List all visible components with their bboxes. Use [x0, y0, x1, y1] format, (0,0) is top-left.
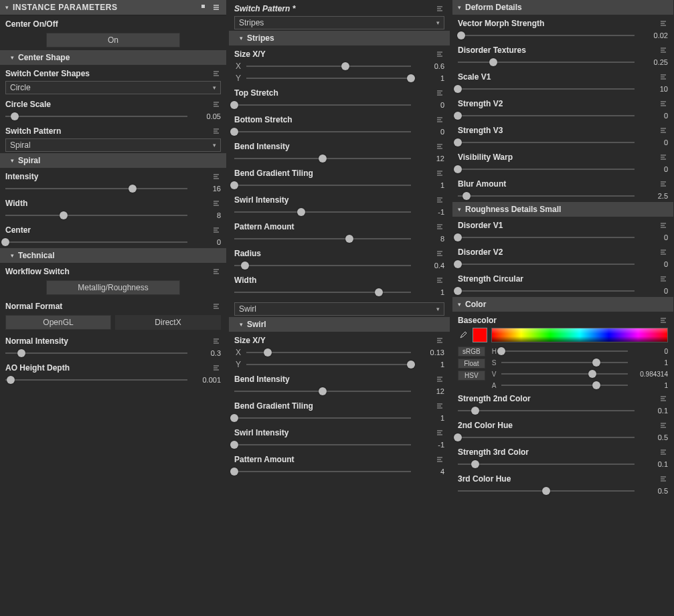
param-menu-icon[interactable] [659, 394, 668, 403]
roughness-details-section[interactable]: ▾Roughness Details Small [452, 202, 673, 217]
workflow-button[interactable]: Metallig/Roughness [46, 280, 180, 295]
alpha-slider[interactable] [501, 381, 628, 390]
param-menu-icon[interactable] [435, 195, 444, 205]
param-menu-icon[interactable] [435, 455, 444, 464]
disorder-v1-slider[interactable] [458, 233, 635, 242]
param-menu-icon[interactable] [212, 199, 221, 208]
technical-section[interactable]: ▾ Technical [0, 248, 226, 263]
param-menu-icon[interactable] [659, 152, 668, 162]
param-menu-icon[interactable] [435, 276, 444, 285]
bend-intensity-slider[interactable] [234, 154, 411, 163]
disorder-v2-slider[interactable] [458, 260, 635, 269]
directx-button[interactable]: DirectX [115, 315, 221, 330]
spiral-section[interactable]: ▾ Spiral [0, 153, 226, 168]
pattern-amount-slider[interactable] [234, 234, 411, 243]
param-menu-icon[interactable] [435, 88, 444, 98]
param-menu-icon[interactable] [659, 126, 668, 135]
strength-3rd-slider[interactable] [458, 459, 635, 469]
radius-slider[interactable] [234, 261, 411, 270]
instance-parameters-header[interactable]: ▾ INSTANCE PARAMETERS [0, 0, 226, 15]
swirl-swirl-intensity-slider[interactable] [234, 440, 411, 449]
bottom-stretch-slider[interactable] [234, 127, 411, 136]
param-menu-icon[interactable] [212, 225, 221, 235]
strength-circular-slider[interactable] [458, 286, 635, 296]
normal-intensity-slider[interactable] [5, 348, 187, 358]
param-menu-icon[interactable] [435, 428, 444, 437]
value-slider[interactable] [501, 369, 628, 379]
param-menu-icon[interactable] [659, 447, 668, 457]
param-menu-icon[interactable] [435, 4, 444, 13]
param-menu-icon[interactable] [659, 274, 668, 284]
param-menu-icon[interactable] [659, 221, 668, 230]
param-menu-icon[interactable] [659, 45, 668, 55]
hue-3rd-slider[interactable] [458, 486, 635, 496]
switch-pattern2-dropdown[interactable]: Stripes▾ [234, 16, 444, 29]
blur-amount-slider[interactable] [458, 191, 635, 201]
center-slider[interactable] [5, 237, 187, 247]
swirl-intensity-slider[interactable] [234, 207, 411, 217]
param-menu-icon[interactable] [435, 375, 444, 384]
swirl-bend-grad-tiling-slider[interactable] [234, 413, 411, 423]
param-menu-icon[interactable] [435, 49, 444, 59]
deform-details-section[interactable]: ▾Deform Details [452, 0, 673, 15]
param-menu-icon[interactable] [212, 69, 221, 78]
width-slider[interactable] [5, 211, 187, 220]
param-menu-icon[interactable] [212, 126, 221, 136]
menu-icon[interactable] [212, 3, 221, 12]
vector-morph-slider[interactable] [458, 31, 635, 40]
hue-2nd-slider[interactable] [458, 433, 635, 442]
swirl-bend-intensity-slider[interactable] [234, 387, 411, 396]
param-menu-icon[interactable] [659, 72, 668, 82]
eyedropper-icon[interactable] [458, 330, 469, 340]
opengl-button[interactable]: OpenGL [5, 315, 111, 330]
param-menu-icon[interactable] [212, 363, 221, 373]
circle-scale-slider[interactable] [5, 112, 187, 121]
hsv-button[interactable]: HSV [458, 371, 485, 381]
intensity-slider[interactable] [5, 184, 187, 193]
visibility-warp-slider[interactable] [458, 165, 635, 174]
swirl-section[interactable]: ▾Swirl [229, 317, 450, 332]
param-menu-icon[interactable] [212, 100, 221, 109]
swirl-sizex-slider[interactable] [246, 348, 411, 357]
stripes-sizey-slider[interactable] [246, 74, 411, 83]
param-menu-icon[interactable] [435, 249, 444, 258]
param-menu-icon[interactable] [435, 336, 444, 345]
swirl-sizey-slider[interactable] [246, 360, 411, 369]
param-menu-icon[interactable] [659, 474, 668, 484]
param-menu-icon[interactable] [212, 267, 221, 276]
param-menu-icon[interactable] [212, 336, 221, 346]
param-menu-icon[interactable] [435, 401, 444, 411]
param-menu-icon[interactable] [435, 222, 444, 231]
param-menu-icon[interactable] [212, 172, 221, 181]
param-menu-icon[interactable] [435, 169, 444, 178]
switch-pattern-dropdown[interactable]: Spiral▾ [5, 138, 221, 152]
param-menu-icon[interactable] [435, 115, 444, 124]
param-menu-icon[interactable] [659, 421, 668, 430]
hue-slider[interactable] [501, 346, 628, 356]
param-menu-icon[interactable] [212, 302, 221, 311]
pin-icon[interactable] [199, 3, 209, 12]
center-shapes-dropdown[interactable]: Circle▾ [5, 81, 221, 94]
swirl-pattern-amount-slider[interactable] [234, 467, 411, 476]
scale-v1-slider[interactable] [458, 84, 635, 94]
param-menu-icon[interactable] [659, 99, 668, 108]
param-menu-icon[interactable] [659, 19, 668, 28]
bend-grad-tiling-slider[interactable] [234, 181, 411, 190]
disorder-textures-slider[interactable] [458, 58, 635, 67]
color-section[interactable]: ▾Color [452, 297, 673, 312]
param-menu-icon[interactable] [659, 316, 668, 325]
basecolor-swatch[interactable] [473, 328, 487, 342]
strength-v2-slider[interactable] [458, 111, 635, 120]
center-on-button[interactable]: On [46, 33, 180, 47]
stripes-section[interactable]: ▾Stripes [229, 31, 450, 45]
saturation-slider[interactable] [501, 358, 628, 367]
param-menu-icon[interactable] [659, 247, 668, 257]
strength-2nd-slider[interactable] [458, 406, 635, 415]
param-menu-icon[interactable] [659, 179, 668, 189]
srgb-button[interactable]: sRGB [458, 346, 485, 356]
float-button[interactable]: Float [458, 358, 485, 369]
stripes-width-slider[interactable] [234, 288, 411, 297]
center-shape-section[interactable]: ▾ Center Shape [0, 50, 226, 65]
ao-height-depth-slider[interactable] [5, 375, 187, 385]
top-stretch-slider[interactable] [234, 100, 411, 110]
